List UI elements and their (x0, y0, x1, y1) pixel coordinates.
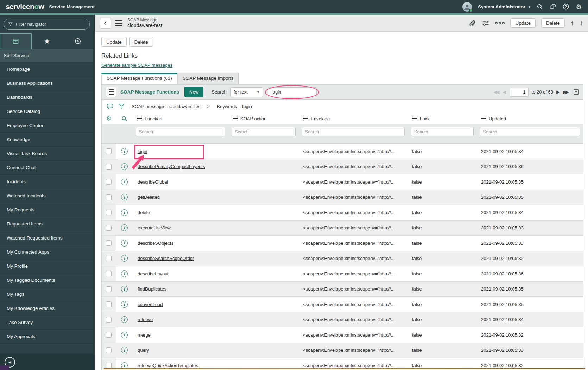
function-link[interactable]: executeListView (138, 225, 171, 230)
nav-section-self-service[interactable]: Self-Service (0, 49, 93, 62)
sidebar-item-my-requests[interactable]: My Requests (0, 203, 93, 217)
row-checkbox[interactable] (106, 301, 112, 307)
previous-record-arrow-icon[interactable]: ↑ (570, 19, 574, 27)
function-link[interactable]: retrieveQuickActionTemplates (138, 363, 198, 368)
column-search-input-envelope[interactable] (302, 127, 405, 136)
user-menu[interactable]: System Administrator (478, 4, 525, 9)
row-checkbox[interactable] (106, 194, 112, 200)
first-page-icon[interactable]: ◀◀ (494, 90, 499, 94)
form-context-menu-icon[interactable] (115, 20, 122, 26)
next-page-icon[interactable]: ▶ (556, 90, 560, 94)
tab-history[interactable] (62, 33, 93, 49)
sidebar-item-my-profile[interactable]: My Profile (0, 259, 93, 273)
function-link[interactable]: describeSearchScopeOrder (138, 256, 194, 261)
column-search-input-function[interactable] (136, 127, 225, 136)
generate-sample-soap-messages-link[interactable]: Generate sample SOAP messages (101, 63, 172, 68)
row-checkbox[interactable] (106, 148, 112, 154)
sidebar-item-requested-items[interactable]: Requested Items (0, 217, 93, 231)
column-header-envelope[interactable]: Envelope (299, 116, 408, 121)
personalize-sliders-icon[interactable] (482, 20, 489, 27)
row-checkbox[interactable] (106, 179, 112, 185)
user-avatar[interactable] (462, 2, 472, 12)
sidebar-item-knowledge[interactable]: Knowledge (0, 133, 93, 147)
breadcrumb-funnel-icon[interactable] (118, 103, 125, 110)
collapse-list-icon[interactable] (574, 89, 579, 95)
column-header-function[interactable]: Function (133, 116, 228, 121)
sidebar-item-service-catalog[interactable]: Service Catalog (0, 104, 93, 119)
function-link[interactable]: describeSObjects (138, 241, 173, 246)
row-checkbox[interactable] (106, 271, 112, 276)
next-record-arrow-icon[interactable]: ↓ (580, 19, 583, 27)
row-checkbox[interactable] (106, 347, 112, 353)
delete-button-header[interactable]: Delete (541, 18, 565, 28)
info-icon[interactable]: i (121, 362, 128, 369)
info-icon[interactable]: i (121, 347, 128, 353)
info-icon[interactable]: i (121, 179, 128, 185)
column-menu-icon[interactable] (481, 118, 486, 119)
list-context-menu-icon[interactable] (106, 87, 116, 97)
info-icon[interactable]: i (121, 194, 128, 200)
new-button[interactable]: New (184, 87, 203, 97)
function-link[interactable]: findDuplicates (138, 286, 166, 292)
column-menu-icon[interactable] (233, 118, 238, 119)
column-menu-icon[interactable] (137, 118, 142, 119)
delete-button[interactable]: Delete (129, 37, 153, 47)
last-page-icon[interactable]: ▶▶ (563, 90, 568, 94)
column-header-lock[interactable]: Lock (408, 116, 477, 121)
row-checkbox[interactable] (106, 256, 112, 261)
sidebar-item-watched-incidents[interactable]: Watched Incidents (0, 189, 93, 203)
list-settings-gear-icon[interactable]: ⚙ (102, 116, 116, 122)
sidebar-item-my-tags[interactable]: My Tags (0, 287, 93, 301)
function-link[interactable]: describeGlobal (138, 179, 168, 185)
info-icon[interactable]: i (121, 316, 128, 323)
sidebar-item-my-connected-apps[interactable]: My Connected Apps (0, 245, 93, 259)
info-icon[interactable]: i (121, 148, 128, 155)
info-icon[interactable]: i (121, 332, 128, 338)
row-checkbox[interactable] (106, 164, 112, 170)
function-link[interactable]: getDeleted (138, 194, 160, 200)
tab-soap-message-imports[interactable]: SOAP Message Imports (177, 73, 239, 84)
info-icon[interactable]: i (121, 163, 128, 170)
sidebar-item-my-knowledge-articles[interactable]: My Knowledge Articles (0, 301, 93, 315)
tab-all-applications[interactable] (0, 33, 32, 49)
info-icon[interactable]: i (121, 286, 128, 292)
tab-soap-message-functions[interactable]: SOAP Message Functions (63) (101, 73, 177, 84)
row-checkbox[interactable] (106, 363, 112, 368)
function-link[interactable]: query (138, 347, 149, 353)
info-icon[interactable]: i (121, 301, 128, 308)
function-link[interactable]: convertLead (138, 302, 163, 307)
previous-page-icon[interactable]: ◀ (503, 90, 506, 94)
info-icon[interactable]: i (121, 224, 128, 231)
info-icon[interactable]: i (121, 240, 128, 247)
sidebar-item-employee-center[interactable]: Employee Center (0, 119, 93, 133)
column-search-input-updated[interactable] (480, 127, 580, 136)
list-chat-icon[interactable] (106, 103, 114, 110)
update-button-header[interactable]: Update (510, 18, 536, 28)
info-icon[interactable]: i (121, 209, 128, 216)
column-search-toggle-icon[interactable] (116, 116, 133, 122)
update-button[interactable]: Update (101, 37, 127, 47)
row-checkbox[interactable] (106, 332, 112, 338)
breadcrumb-filter-soap-message[interactable]: SOAP message = cloudaware-test (132, 104, 202, 109)
sidebar-item-my-approvals[interactable]: My Approvals (0, 330, 93, 344)
sidebar-item-take-survey[interactable]: Take Survey (0, 315, 93, 330)
attachment-paperclip-icon[interactable] (469, 20, 476, 27)
info-icon[interactable]: i (121, 270, 128, 277)
tab-favorites[interactable]: ★ (32, 33, 63, 49)
sidebar-item-visual-task-boards[interactable]: Visual Task Boards (0, 147, 93, 161)
row-checkbox[interactable] (106, 317, 112, 323)
help-icon[interactable]: ? (562, 3, 569, 10)
row-checkbox[interactable] (106, 210, 112, 215)
column-search-input-lock[interactable] (411, 127, 474, 136)
sidebar-item-watched-requested-items[interactable]: Watched Requested Items (0, 231, 93, 245)
row-checkbox[interactable] (106, 225, 112, 231)
filter-navigator-input[interactable] (4, 19, 90, 30)
more-options-icon[interactable] (495, 22, 505, 24)
sidebar-item-dashboards[interactable]: Dashboards (0, 90, 93, 104)
sidebar-item-business-applications[interactable]: Business Applications (0, 76, 93, 90)
column-header-soap-action[interactable]: SOAP action (228, 116, 299, 121)
sidebar-item-my-tagged-documents[interactable]: My Tagged Documents (0, 273, 93, 287)
row-checkbox[interactable] (106, 240, 112, 246)
function-link[interactable]: login (138, 149, 147, 154)
row-checkbox[interactable] (106, 286, 112, 292)
